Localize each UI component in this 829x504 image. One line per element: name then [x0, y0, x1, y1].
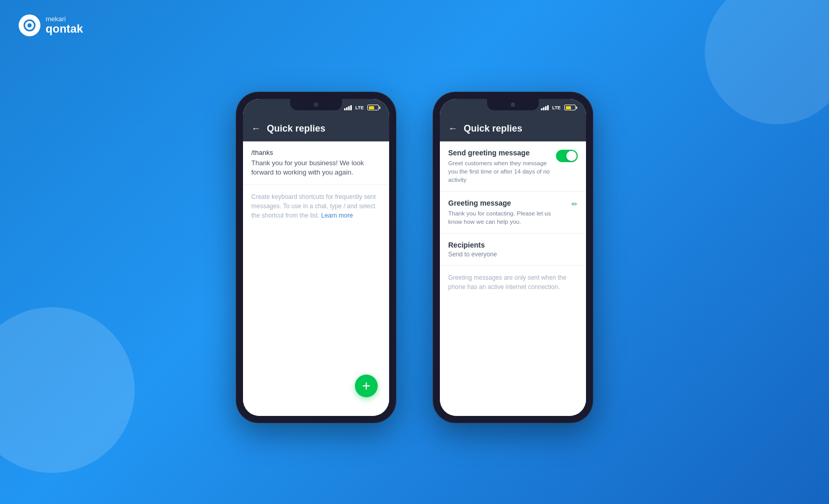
back-arrow-1[interactable]: ← [251, 123, 261, 134]
hint-text: Create keyboard shortcuts for frequently… [251, 192, 381, 220]
header-title-1: Quick replies [267, 123, 325, 134]
signal-bar-1 [344, 108, 346, 110]
recipients-section[interactable]: Recipients Send to everyone [440, 234, 586, 266]
battery-1 [367, 105, 379, 110]
info-text: Greeting messages are only sent when the… [448, 273, 578, 292]
lte-label-2: LTE [552, 105, 561, 110]
phone-2-content: Send greeting message Greet customers wh… [440, 141, 586, 416]
mekari-label: mekari [46, 16, 83, 23]
app-header-2: ← Quick replies [440, 117, 586, 141]
phones-container: LTE ← Quick replies /thanks Thank you fo… [236, 92, 593, 423]
logo-text: mekari qontak [46, 16, 83, 35]
signal-bar-8 [547, 105, 549, 110]
logo: mekari qontak [19, 15, 83, 36]
send-greeting-row: Send greeting message Greet customers wh… [448, 149, 578, 184]
notch-dot-1 [314, 103, 318, 107]
hint-main-text: Create keyboard shortcuts for frequently… [251, 193, 376, 219]
logo-icon [19, 15, 40, 36]
toggle-knob [566, 151, 577, 161]
reply-text: Thank you for your business! We look for… [251, 159, 381, 177]
fab-button[interactable]: + [355, 375, 378, 397]
signal-bars-2 [541, 105, 549, 110]
info-section: Greeting messages are only sent when the… [440, 266, 586, 299]
quick-reply-item[interactable]: /thanks Thank you for your business! We … [243, 141, 389, 185]
status-icons-1: LTE [344, 105, 379, 110]
signal-bar-7 [545, 106, 547, 110]
battery-fill-2 [566, 106, 571, 109]
header-title-2: Quick replies [464, 123, 522, 134]
signal-bar-6 [543, 107, 545, 110]
edit-icon[interactable]: ✏ [571, 200, 578, 208]
app-header-1: ← Quick replies [243, 117, 389, 141]
greeting-message-text: Thank you for contacting. Please let us … [448, 209, 552, 226]
signal-bar-2 [346, 107, 348, 110]
greeting-message-label: Greeting message [448, 199, 552, 207]
phone-2: LTE ← Quick replies Send greeting messag… [433, 92, 593, 423]
greeting-message-section: Greeting message Thank you for contactin… [440, 192, 586, 234]
back-arrow-2[interactable]: ← [448, 123, 458, 134]
phone-2-inner: LTE ← Quick replies Send greeting messag… [440, 99, 586, 416]
greeting-toggle[interactable] [556, 150, 578, 162]
phone-1-inner: LTE ← Quick replies /thanks Thank you fo… [243, 99, 389, 416]
battery-fill-1 [369, 106, 374, 109]
recipients-value: Send to everyone [448, 251, 578, 258]
blob-right [705, 0, 829, 124]
phone-1: LTE ← Quick replies /thanks Thank you fo… [236, 92, 396, 423]
recipients-label: Recipients [448, 241, 578, 249]
send-greeting-label: Send greeting message [448, 149, 552, 157]
svg-point-1 [27, 23, 32, 27]
lte-label-1: LTE [355, 105, 364, 110]
notch-2 [487, 99, 539, 110]
send-greeting-text-block: Send greeting message Greet customers wh… [448, 149, 552, 184]
signal-bars-1 [344, 105, 352, 110]
qontak-label: qontak [46, 23, 83, 35]
greeting-message-row: Greeting message Thank you for contactin… [448, 199, 578, 226]
signal-bar-4 [350, 105, 352, 110]
status-icons-2: LTE [541, 105, 576, 110]
reply-shortcut: /thanks [251, 149, 381, 156]
send-greeting-sublabel: Greet customers when they message you th… [448, 159, 552, 184]
signal-bar-3 [348, 106, 350, 110]
hint-section: Create keyboard shortcuts for frequently… [243, 185, 389, 227]
send-greeting-section: Send greeting message Greet customers wh… [440, 141, 586, 192]
greeting-message-block: Greeting message Thank you for contactin… [448, 199, 552, 226]
learn-more-link[interactable]: Learn more [321, 212, 353, 219]
signal-bar-5 [541, 108, 542, 110]
notch-1 [290, 99, 342, 110]
notch-dot-2 [511, 103, 515, 107]
blob-left [0, 307, 135, 473]
battery-2 [564, 105, 576, 110]
